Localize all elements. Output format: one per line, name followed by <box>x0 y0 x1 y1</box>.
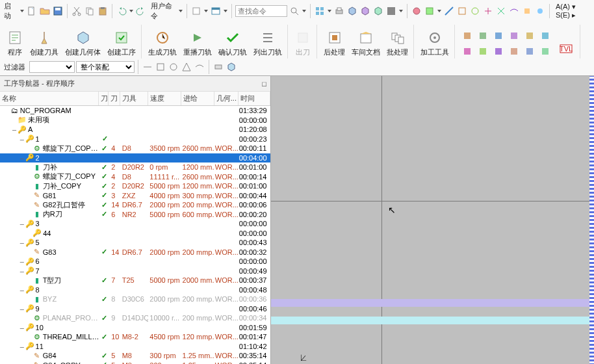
undo-icon[interactable] <box>116 5 127 17</box>
aux6-icon[interactable] <box>213 61 224 73</box>
hdr-toolpath[interactable]: 刀轨 <box>99 92 109 105</box>
nav-row[interactable]: ⚙PLANAR_PROFILE_2✓9D14DJQ10000 r...200 m… <box>0 313 270 323</box>
nav-row[interactable]: ▮刀补_COPY✓2D20R25000 rpm1200 mm...WOR...0… <box>0 181 270 191</box>
cube1-icon[interactable] <box>346 5 358 17</box>
ribbon-prog[interactable]: 程序 <box>5 28 25 58</box>
misc2-icon[interactable] <box>424 5 435 17</box>
misc6-icon[interactable] <box>482 5 494 17</box>
nav-row[interactable]: 🗂NC_PROGRAM01:33:29 <box>0 106 270 116</box>
nav-row[interactable]: ▮BYZ✓8D30C62000 rpm200 mmp...WOR...00:00… <box>0 294 270 304</box>
search-go-icon[interactable] <box>289 5 300 17</box>
nav-row[interactable]: ✎G81✓3ZXZ4000 rpm300 mmp...WOR...00:00:4… <box>0 191 270 201</box>
tree-toggle[interactable]: – <box>19 286 25 294</box>
open-icon[interactable] <box>39 5 51 17</box>
small-tool-8-icon[interactable] <box>491 44 506 58</box>
window-drop-icon[interactable] <box>223 10 228 12</box>
aux4-icon[interactable] <box>181 61 192 73</box>
hdr-name[interactable]: 名称 <box>0 92 99 105</box>
small-tool-2-icon[interactable] <box>491 29 506 43</box>
paste-icon[interactable] <box>97 5 109 17</box>
graphics-viewport[interactable]: ↖ ⟀ <box>271 76 594 364</box>
small-tool-5-icon[interactable] <box>538 29 552 43</box>
misc2-drop-icon[interactable] <box>437 10 442 12</box>
hdr-feed[interactable]: 进给 <box>181 92 214 105</box>
misc7-icon[interactable] <box>495 5 507 17</box>
hdr-tool[interactable]: 刀具 <box>120 92 148 105</box>
search-drop-icon[interactable] <box>302 10 307 12</box>
command-search-input[interactable] <box>235 5 287 17</box>
ribbon-replay[interactable]: 重播刀轨 <box>182 28 213 58</box>
assembly-select[interactable]: 整个装配 <box>76 61 135 73</box>
tree-toggle[interactable]: – <box>19 135 25 143</box>
new-icon[interactable] <box>26 5 38 17</box>
ribbon-shop[interactable]: 车间文档 <box>350 28 381 58</box>
small-tool-4-icon[interactable] <box>523 29 537 43</box>
nav-row[interactable]: –🔑1✓00:00:23 <box>0 135 270 144</box>
tree-toggle[interactable]: – <box>19 343 25 350</box>
misc4-icon[interactable] <box>456 5 468 17</box>
small-tool-0-icon[interactable] <box>460 29 474 43</box>
nav-row[interactable]: ✎G82孔口暂停✓14DR6.72000 rpm200 mmp...WOR...… <box>0 200 270 210</box>
launch-dropdown-icon[interactable] <box>19 10 25 12</box>
redo-icon[interactable] <box>135 5 147 17</box>
hdr-toolnum[interactable]: 刀 <box>109 92 120 105</box>
misc10-icon[interactable] <box>534 5 546 17</box>
nav-row[interactable]: –🔑200:04:00 <box>0 153 270 163</box>
hdr-geometry[interactable]: 几何... <box>214 92 239 105</box>
ribbon-machtool[interactable]: 加工工具 <box>419 28 450 58</box>
tree-toggle[interactable]: – <box>19 267 25 275</box>
nav-row[interactable]: –🔑A01:20:08 <box>0 125 270 135</box>
save-icon[interactable] <box>52 5 64 17</box>
nav-row[interactable]: ⚙螺旋下刀_COPY✓4D811111 r...2600 mm...WOR...… <box>0 172 270 182</box>
small-tool-1-icon[interactable] <box>476 29 490 43</box>
grid-view-icon[interactable] <box>314 5 326 17</box>
tree-toggle[interactable]: – <box>19 257 25 265</box>
filter-select[interactable] <box>29 61 75 73</box>
touch-icon[interactable] <box>190 5 202 17</box>
nav-row[interactable]: ✎G84✓5M8300 rpm1.25 mm...WOR...00:35:14 <box>0 351 270 361</box>
tree-toggle[interactable]: – <box>19 305 25 313</box>
nav-row[interactable]: –🔑700:00:49 <box>0 266 270 276</box>
nav-row[interactable]: ▮T型刀✓7T255000 rpm2000 mm...WOR...00:00:3… <box>0 276 270 285</box>
aux5-icon[interactable] <box>194 61 205 73</box>
aux-cube-icon[interactable] <box>226 61 237 73</box>
tvl-button[interactable]: TVL <box>556 39 576 58</box>
small-tool-11-icon[interactable] <box>538 44 552 58</box>
tree-toggle[interactable]: – <box>19 220 25 228</box>
window-icon[interactable] <box>210 5 222 17</box>
misc9-icon[interactable] <box>521 5 533 17</box>
nav-row[interactable]: ⚙螺旋下刀_COPY_COPY✓4D83500 rpm2600 mm...WOR… <box>0 144 270 153</box>
navigator-close-icon[interactable]: □ <box>262 80 266 88</box>
tree-toggle[interactable]: – <box>19 154 25 162</box>
cube2-icon[interactable] <box>359 5 371 17</box>
aux2-icon[interactable] <box>155 61 166 73</box>
nav-row[interactable]: –🔑900:00:46 <box>0 304 270 314</box>
cube3-icon[interactable] <box>372 5 384 17</box>
grid-drop-icon[interactable] <box>327 10 332 12</box>
nav-row[interactable]: –🔑1000:01:59 <box>0 323 270 333</box>
small-tool-3-icon[interactable] <box>507 29 521 43</box>
nav-row[interactable]: –🔑600:00:00 <box>0 257 270 266</box>
ribbon-post[interactable]: 后处理 <box>322 28 346 58</box>
shade-drop-icon[interactable] <box>398 10 404 12</box>
touch-drop-icon[interactable] <box>203 10 209 12</box>
small-tool-9-icon[interactable] <box>507 44 521 58</box>
misc5-icon[interactable] <box>469 5 481 17</box>
nav-row[interactable]: ⚙THREAD_MILLING✓10M8-24500 rpm120 mmp...… <box>0 332 270 342</box>
small-tool-7-icon[interactable] <box>476 44 490 58</box>
aux1-icon[interactable] <box>142 61 153 73</box>
small-tool-10-icon[interactable] <box>523 44 537 58</box>
user-cmd-drop-icon[interactable] <box>178 10 183 12</box>
aux3-icon[interactable] <box>168 61 179 73</box>
tree-toggle[interactable]: – <box>11 125 18 133</box>
nav-row[interactable]: 📁未用项00:00:00 <box>0 116 270 125</box>
nav-row[interactable]: –🔑800:00:48 <box>0 285 270 295</box>
small-tool-6-icon[interactable] <box>460 44 474 58</box>
hdr-time[interactable]: 时间 <box>239 92 270 105</box>
misc8-icon[interactable] <box>508 5 520 17</box>
launch-menu[interactable]: 启动 <box>1 1 18 21</box>
nav-row[interactable]: ▮内R刀✓6NR25000 rpm600 mmp...WOR...00:00:2… <box>0 210 270 220</box>
nav-row[interactable]: –🔑500:00:43 <box>0 238 270 248</box>
ribbon-confirm[interactable]: 确认刀轨 <box>217 28 248 58</box>
tree-toggle[interactable]: – <box>19 324 25 332</box>
